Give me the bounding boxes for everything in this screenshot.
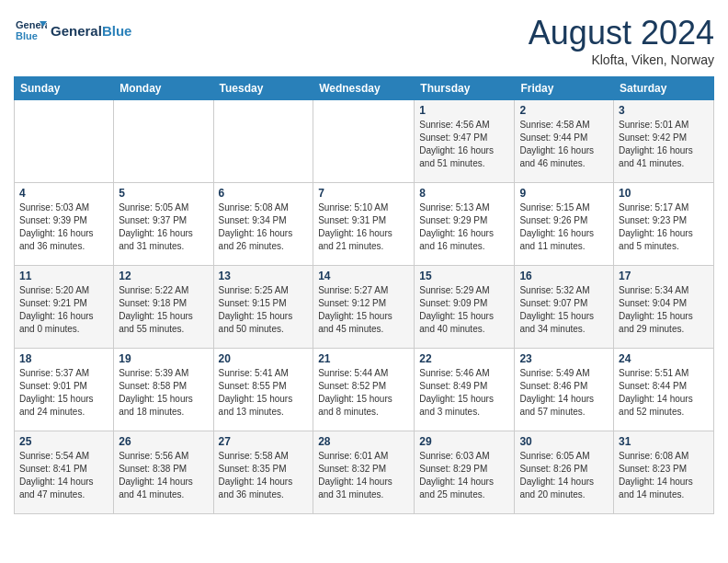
day-info: Sunrise: 5:54 AM Sunset: 8:41 PM Dayligh…	[19, 450, 108, 501]
column-header-monday: Monday	[114, 77, 213, 100]
calendar-title-block: August 2024 Klofta, Viken, Norway	[529, 14, 714, 67]
calendar-cell: 22Sunrise: 5:46 AM Sunset: 8:49 PM Dayli…	[415, 349, 515, 431]
day-info: Sunrise: 4:58 AM Sunset: 9:44 PM Dayligh…	[519, 119, 609, 170]
calendar-cell	[15, 100, 114, 183]
day-number: 9	[519, 187, 609, 200]
calendar-cell: 28Sunrise: 6:01 AM Sunset: 8:32 PM Dayli…	[313, 431, 415, 514]
day-number: 17	[619, 270, 709, 282]
day-number: 6	[219, 187, 309, 200]
calendar-cell: 14Sunrise: 5:27 AM Sunset: 9:12 PM Dayli…	[313, 266, 415, 349]
day-info: Sunrise: 5:08 AM Sunset: 9:34 PM Dayligh…	[219, 201, 309, 253]
day-number: 29	[419, 435, 509, 448]
calendar-week-row: 4Sunrise: 5:03 AM Sunset: 9:39 PM Daylig…	[15, 183, 714, 266]
day-number: 19	[119, 352, 208, 365]
calendar-cell: 17Sunrise: 5:34 AM Sunset: 9:04 PM Dayli…	[614, 266, 714, 349]
column-header-saturday: Saturday	[614, 77, 714, 100]
day-info: Sunrise: 5:32 AM Sunset: 9:07 PM Dayligh…	[519, 284, 609, 336]
calendar-cell: 8Sunrise: 5:13 AM Sunset: 9:29 PM Daylig…	[415, 183, 515, 266]
day-info: Sunrise: 5:49 AM Sunset: 8:46 PM Dayligh…	[519, 367, 609, 419]
day-info: Sunrise: 6:05 AM Sunset: 8:26 PM Dayligh…	[519, 450, 609, 501]
day-info: Sunrise: 5:22 AM Sunset: 9:18 PM Dayligh…	[119, 284, 208, 336]
day-number: 14	[318, 270, 409, 282]
calendar-cell: 9Sunrise: 5:15 AM Sunset: 9:26 PM Daylig…	[515, 183, 614, 266]
day-info: Sunrise: 5:29 AM Sunset: 9:09 PM Dayligh…	[419, 284, 509, 336]
day-info: Sunrise: 5:39 AM Sunset: 8:58 PM Dayligh…	[119, 367, 208, 419]
day-number: 22	[419, 352, 509, 365]
day-number: 16	[519, 270, 609, 282]
calendar-table: SundayMondayTuesdayWednesdayThursdayFrid…	[14, 76, 714, 514]
day-info: Sunrise: 6:03 AM Sunset: 8:29 PM Dayligh…	[419, 450, 509, 501]
column-header-friday: Friday	[515, 77, 614, 100]
calendar-cell	[213, 100, 313, 183]
calendar-cell: 11Sunrise: 5:20 AM Sunset: 9:21 PM Dayli…	[15, 266, 114, 349]
calendar-cell: 31Sunrise: 6:08 AM Sunset: 8:23 PM Dayli…	[614, 431, 714, 514]
day-number: 20	[219, 352, 309, 365]
day-number: 13	[219, 270, 309, 282]
day-info: Sunrise: 6:08 AM Sunset: 8:23 PM Dayligh…	[619, 450, 709, 501]
day-number: 27	[219, 435, 309, 448]
day-info: Sunrise: 5:34 AM Sunset: 9:04 PM Dayligh…	[619, 284, 709, 336]
day-info: Sunrise: 5:17 AM Sunset: 9:23 PM Dayligh…	[619, 201, 709, 253]
calendar-cell: 1Sunrise: 4:56 AM Sunset: 9:47 PM Daylig…	[415, 100, 515, 183]
day-info: Sunrise: 5:15 AM Sunset: 9:26 PM Dayligh…	[519, 201, 609, 253]
calendar-cell: 3Sunrise: 5:01 AM Sunset: 9:42 PM Daylig…	[614, 100, 714, 183]
day-number: 23	[519, 352, 609, 365]
page-header: General Blue GeneralBlue August 2024 Klo…	[14, 14, 714, 67]
day-info: Sunrise: 6:01 AM Sunset: 8:32 PM Dayligh…	[318, 450, 409, 501]
day-info: Sunrise: 5:20 AM Sunset: 9:21 PM Dayligh…	[19, 284, 108, 336]
calendar-cell: 29Sunrise: 6:03 AM Sunset: 8:29 PM Dayli…	[415, 431, 515, 514]
day-number: 25	[19, 435, 108, 448]
calendar-cell: 27Sunrise: 5:58 AM Sunset: 8:35 PM Dayli…	[213, 431, 313, 514]
day-info: Sunrise: 5:10 AM Sunset: 9:31 PM Dayligh…	[318, 201, 409, 253]
day-info: Sunrise: 5:27 AM Sunset: 9:12 PM Dayligh…	[318, 284, 409, 336]
calendar-cell: 16Sunrise: 5:32 AM Sunset: 9:07 PM Dayli…	[515, 266, 614, 349]
day-number: 26	[119, 435, 208, 448]
calendar-header-row: SundayMondayTuesdayWednesdayThursdayFrid…	[15, 77, 714, 100]
location-subtitle: Klofta, Viken, Norway	[529, 52, 714, 67]
day-info: Sunrise: 5:37 AM Sunset: 9:01 PM Dayligh…	[19, 367, 108, 419]
calendar-cell: 2Sunrise: 4:58 AM Sunset: 9:44 PM Daylig…	[515, 100, 614, 183]
day-info: Sunrise: 5:58 AM Sunset: 8:35 PM Dayligh…	[219, 450, 309, 501]
month-title: August 2024	[529, 14, 714, 52]
calendar-cell: 23Sunrise: 5:49 AM Sunset: 8:46 PM Dayli…	[515, 349, 614, 431]
day-info: Sunrise: 5:03 AM Sunset: 9:39 PM Dayligh…	[19, 201, 108, 253]
day-number: 31	[619, 435, 709, 448]
day-number: 28	[318, 435, 409, 448]
calendar-cell: 13Sunrise: 5:25 AM Sunset: 9:15 PM Dayli…	[213, 266, 313, 349]
calendar-cell: 30Sunrise: 6:05 AM Sunset: 8:26 PM Dayli…	[515, 431, 614, 514]
calendar-week-row: 25Sunrise: 5:54 AM Sunset: 8:41 PM Dayli…	[15, 431, 714, 514]
day-info: Sunrise: 5:44 AM Sunset: 8:52 PM Dayligh…	[318, 367, 409, 419]
day-info: Sunrise: 5:46 AM Sunset: 8:49 PM Dayligh…	[419, 367, 509, 419]
column-header-thursday: Thursday	[415, 77, 515, 100]
column-header-wednesday: Wednesday	[313, 77, 415, 100]
day-number: 21	[318, 352, 409, 365]
calendar-cell: 25Sunrise: 5:54 AM Sunset: 8:41 PM Dayli…	[15, 431, 114, 514]
calendar-week-row: 11Sunrise: 5:20 AM Sunset: 9:21 PM Dayli…	[15, 266, 714, 349]
day-number: 30	[519, 435, 609, 448]
calendar-cell: 26Sunrise: 5:56 AM Sunset: 8:38 PM Dayli…	[114, 431, 213, 514]
day-number: 24	[619, 352, 709, 365]
calendar-cell: 7Sunrise: 5:10 AM Sunset: 9:31 PM Daylig…	[313, 183, 415, 266]
svg-text:Blue: Blue	[16, 30, 38, 41]
day-number: 5	[119, 187, 208, 200]
calendar-cell: 4Sunrise: 5:03 AM Sunset: 9:39 PM Daylig…	[15, 183, 114, 266]
calendar-cell	[313, 100, 415, 183]
day-info: Sunrise: 5:41 AM Sunset: 8:55 PM Dayligh…	[219, 367, 309, 419]
day-info: Sunrise: 5:05 AM Sunset: 9:37 PM Dayligh…	[119, 201, 208, 253]
logo: General Blue GeneralBlue	[14, 14, 131, 47]
day-number: 11	[19, 270, 108, 282]
column-header-sunday: Sunday	[15, 77, 114, 100]
day-info: Sunrise: 5:51 AM Sunset: 8:44 PM Dayligh…	[619, 367, 709, 419]
calendar-cell	[114, 100, 213, 183]
day-number: 15	[419, 270, 509, 282]
day-info: Sunrise: 5:01 AM Sunset: 9:42 PM Dayligh…	[619, 119, 709, 170]
logo-icon: General Blue	[14, 14, 47, 47]
calendar-cell: 19Sunrise: 5:39 AM Sunset: 8:58 PM Dayli…	[114, 349, 213, 431]
calendar-cell: 12Sunrise: 5:22 AM Sunset: 9:18 PM Dayli…	[114, 266, 213, 349]
day-info: Sunrise: 4:56 AM Sunset: 9:47 PM Dayligh…	[419, 119, 509, 170]
day-number: 7	[318, 187, 409, 200]
logo-text: GeneralBlue	[51, 23, 131, 39]
day-info: Sunrise: 5:56 AM Sunset: 8:38 PM Dayligh…	[119, 450, 208, 501]
day-number: 10	[619, 187, 709, 200]
calendar-cell: 24Sunrise: 5:51 AM Sunset: 8:44 PM Dayli…	[614, 349, 714, 431]
